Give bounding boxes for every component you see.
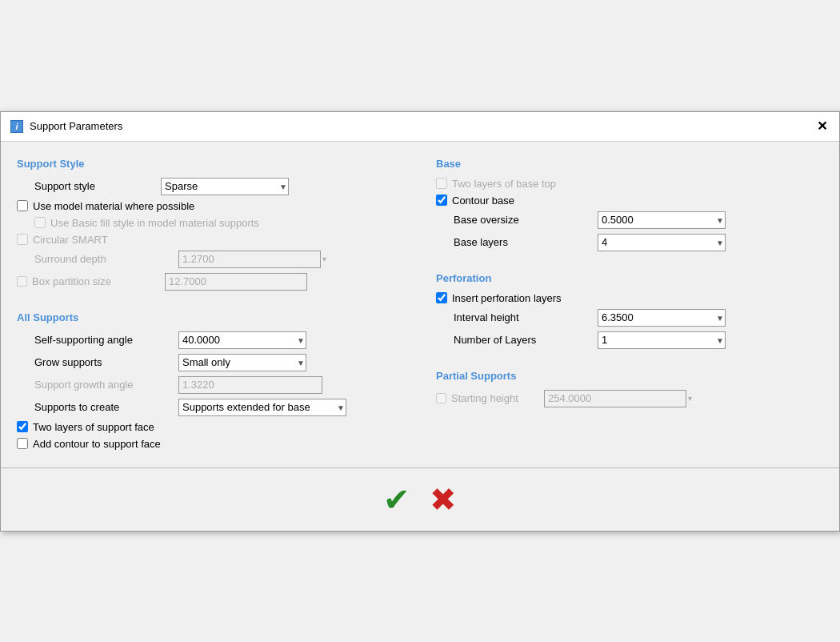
base-oversize-select-wrapper: 0.5000 ▼ [598, 211, 726, 229]
add-contour-label[interactable]: Add contour to support face [33, 438, 161, 450]
number-of-layers-row: Number of Layers 1 ▼ [436, 331, 823, 349]
cancel-button[interactable]: ✖ [430, 481, 457, 518]
interval-height-row: Interval height 6.3500 ▼ [436, 309, 823, 327]
box-partition-input [165, 273, 307, 291]
interval-height-select-wrapper: 6.3500 ▼ [598, 309, 726, 327]
ok-button[interactable]: ✔ [383, 481, 410, 518]
interval-height-select[interactable]: 6.3500 [598, 309, 726, 327]
close-button[interactable]: ✕ [814, 118, 830, 134]
self-supporting-select[interactable]: 40.0000 [178, 331, 306, 349]
support-growth-input-col [178, 376, 322, 394]
surround-depth-label: Surround depth [34, 253, 178, 265]
right-panel: Base Two layers of base top Contour base… [420, 154, 823, 455]
two-layers-support-face-checkbox[interactable] [17, 421, 28, 432]
circular-smart-row: Circular SMART [17, 234, 404, 246]
starting-height-select-wrapper: ▾ [544, 390, 692, 407]
grow-supports-label: Grow supports [34, 356, 178, 368]
base-layers-row: Base layers 4 ▼ [436, 234, 823, 251]
two-layers-support-face-row: Two layers of support face [17, 421, 404, 433]
support-growth-input [178, 376, 322, 394]
starting-height-arrow: ▾ [688, 394, 692, 403]
interval-height-label: Interval height [454, 311, 598, 323]
surround-depth-row: Surround depth ▾ [17, 251, 404, 268]
left-panel: Support Style Support style Sparse ▼ Use… [17, 154, 420, 455]
use-model-material-row: Use model material where possible [17, 200, 404, 212]
contour-base-checkbox[interactable] [436, 195, 447, 206]
base-layers-select[interactable]: 4 [598, 234, 726, 251]
grow-supports-select-wrapper: Small only ▼ [178, 354, 306, 371]
surround-depth-input [178, 251, 321, 268]
self-supporting-row: Self-supporting angle 40.0000 ▼ [17, 331, 404, 349]
box-partition-checkbox[interactable] [17, 276, 27, 287]
surround-depth-select-wrapper: ▾ [178, 251, 326, 268]
support-growth-label: Support growth angle [34, 379, 178, 391]
number-of-layers-label: Number of Layers [454, 334, 598, 346]
starting-height-input [544, 390, 686, 407]
base-oversize-label: Base oversize [454, 214, 598, 226]
supports-to-create-row: Supports to create Supports extended for… [17, 399, 404, 416]
support-parameters-dialog: i Support Parameters ✕ Support Style Sup… [0, 111, 840, 532]
support-style-select[interactable]: Sparse [161, 178, 289, 195]
surround-depth-arrow: ▾ [322, 255, 326, 263]
title-bar: i Support Parameters ✕ [1, 112, 839, 142]
supports-to-create-label: Supports to create [34, 401, 178, 413]
contour-base-row: Contour base [436, 195, 823, 207]
insert-perforation-checkbox[interactable] [436, 292, 447, 303]
base-oversize-row: Base oversize 0.5000 ▼ [436, 211, 823, 229]
two-layers-base-top-label: Two layers of base top [452, 178, 556, 190]
supports-to-create-select[interactable]: Supports extended for base [178, 399, 346, 416]
base-section-title: Base [436, 158, 823, 170]
base-layers-select-wrapper: 4 ▼ [598, 234, 726, 251]
number-of-layers-select-wrapper: 1 ▼ [598, 331, 726, 349]
use-basic-fill-row: Use Basic fill style in model material s… [34, 217, 404, 229]
base-layers-label: Base layers [454, 236, 598, 248]
two-layers-base-top-checkbox[interactable] [436, 178, 447, 189]
dialog-content: Support Style Support style Sparse ▼ Use… [1, 142, 839, 467]
two-layers-base-top-row: Two layers of base top [436, 178, 823, 190]
support-style-row: Support style Sparse ▼ [17, 178, 404, 195]
insert-perforation-label[interactable]: Insert perforation layers [452, 292, 562, 304]
number-of-layers-select[interactable]: 1 [598, 331, 726, 349]
two-layers-support-face-label[interactable]: Two layers of support face [33, 421, 154, 433]
use-basic-fill-label: Use Basic fill style in model material s… [50, 217, 259, 229]
all-supports-section-title: All Supports [17, 311, 404, 323]
circular-smart-checkbox[interactable] [17, 234, 28, 245]
insert-perforation-row: Insert perforation layers [436, 292, 823, 304]
support-style-section-title: Support Style [17, 158, 404, 170]
starting-height-label: Starting height [451, 392, 539, 404]
use-basic-fill-checkbox[interactable] [34, 217, 46, 228]
grow-supports-row: Grow supports Small only ▼ [17, 354, 404, 371]
dialog-footer: ✔ ✖ [1, 467, 839, 531]
add-contour-row: Add contour to support face [17, 438, 404, 450]
base-oversize-select[interactable]: 0.5000 [598, 211, 726, 229]
box-partition-row: Box partition size [17, 273, 404, 291]
grow-supports-select[interactable]: Small only [178, 354, 306, 371]
support-growth-row: Support growth angle [17, 376, 404, 394]
support-style-select-wrapper: Sparse ▼ [161, 178, 289, 195]
support-style-label: Support style [17, 180, 161, 192]
use-model-material-label[interactable]: Use model material where possible [33, 200, 194, 212]
contour-base-label[interactable]: Contour base [452, 195, 514, 207]
starting-height-checkbox[interactable] [436, 393, 446, 403]
add-contour-checkbox[interactable] [17, 438, 28, 449]
dialog-icon: i [10, 120, 23, 133]
partial-supports-section-title: Partial Supports [436, 370, 823, 382]
starting-height-row: Starting height ▾ [436, 390, 823, 407]
dialog-title: Support Parameters [30, 120, 122, 132]
self-supporting-select-wrapper: 40.0000 ▼ [178, 331, 306, 349]
box-partition-label: Box partition size [32, 275, 160, 287]
title-bar-left: i Support Parameters [10, 120, 122, 133]
circular-smart-label: Circular SMART [33, 234, 108, 246]
self-supporting-label: Self-supporting angle [34, 334, 178, 346]
use-model-material-checkbox[interactable] [17, 200, 28, 211]
perforation-section-title: Perforation [436, 272, 823, 284]
supports-to-create-select-wrapper: Supports extended for base ▼ [178, 399, 346, 416]
